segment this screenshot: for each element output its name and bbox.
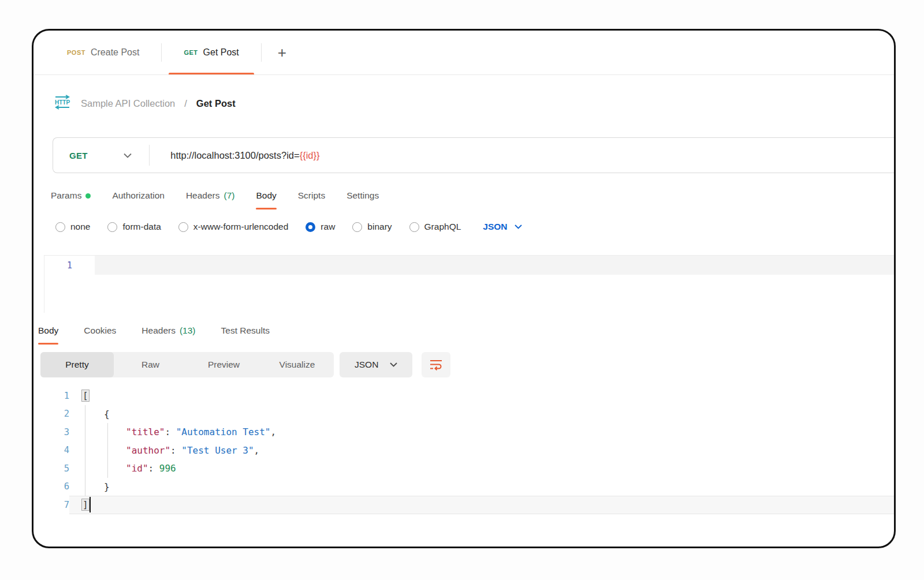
code-line: 3 "title": "Automation Test",: [33, 423, 894, 441]
view-raw-button[interactable]: Raw: [114, 352, 187, 377]
code-line: 6 }: [33, 478, 894, 496]
response-body-code[interactable]: 1 [ 2 { 3 "title": "Automation Test", 4 …: [33, 387, 894, 514]
code-token: :: [170, 445, 181, 456]
new-tab-button[interactable]: +: [278, 45, 286, 60]
editor-line: 1: [44, 256, 894, 275]
response-language-dropdown[interactable]: JSON: [340, 352, 412, 377]
language-value: JSON: [483, 222, 507, 232]
response-view-toolbar: Pretty Raw Preview Visualize JSON: [40, 352, 894, 377]
json-key: "author": [126, 445, 170, 456]
radio-circle-icon: [352, 222, 362, 232]
tab-label: Body: [256, 190, 276, 201]
language-value: JSON: [355, 360, 378, 370]
breadcrumb-collection[interactable]: Sample API Collection: [81, 98, 175, 109]
raw-language-dropdown[interactable]: JSON: [483, 222, 521, 232]
tab-label: Create Post: [91, 47, 139, 58]
tab-label: Cookies: [84, 325, 116, 336]
chevron-down-icon: [515, 224, 522, 229]
tab-scripts[interactable]: Scripts: [298, 190, 325, 202]
indent-guide: [85, 405, 85, 496]
radio-x-www-form-urlencoded[interactable]: x-www-form-urlencoded: [178, 222, 289, 232]
radio-circle-icon: [107, 222, 117, 232]
http-request-icon: HTTP: [53, 94, 72, 113]
radio-label: x-www-form-urlencoded: [193, 222, 289, 232]
radio-raw[interactable]: raw: [305, 222, 335, 232]
tab-body[interactable]: Body: [256, 190, 276, 202]
indent-guide: [107, 423, 108, 478]
code-token: ,: [254, 445, 260, 456]
view-visualize-button[interactable]: Visualize: [260, 352, 334, 377]
view-pretty-button[interactable]: Pretty: [40, 352, 114, 377]
wrap-text-button[interactable]: [422, 352, 450, 377]
tab-create-post[interactable]: POST Create Post: [45, 31, 161, 74]
svg-text:HTTP: HTTP: [55, 99, 70, 106]
request-body-editor[interactable]: 1: [44, 255, 894, 313]
editor-current-line-highlight: [95, 256, 894, 275]
tab-params[interactable]: Params: [51, 190, 91, 202]
tab-label: Authorization: [112, 190, 164, 201]
tab-divider: [261, 43, 262, 62]
tab-label: Params: [51, 190, 81, 201]
view-segmented-control: Pretty Raw Preview Visualize: [40, 352, 334, 377]
radio-label: GraphQL: [424, 222, 461, 232]
url-divider: [149, 145, 150, 166]
radio-selected-icon: [305, 222, 315, 232]
radio-none[interactable]: none: [55, 222, 90, 232]
response-tab-body[interactable]: Body: [38, 325, 58, 337]
body-type-selector: none form-data x-www-form-urlencoded raw…: [33, 202, 894, 232]
code-token: }: [104, 481, 110, 492]
code-token: :: [165, 426, 176, 437]
radio-label: raw: [321, 222, 335, 232]
radio-label: form-data: [122, 222, 161, 232]
json-string-value: "Automation Test": [176, 426, 271, 437]
radio-label: none: [70, 222, 90, 232]
code-token: ,: [270, 426, 276, 437]
request-tab-bar: POST Create Post GET Get Post +: [33, 31, 894, 75]
code-line: 4 "author": "Test User 3",: [33, 441, 894, 460]
view-preview-button[interactable]: Preview: [187, 352, 260, 377]
line-number: 1: [33, 391, 69, 401]
bracket-match: ]: [82, 499, 89, 510]
headers-count-badge: (7): [223, 190, 234, 201]
radio-label: binary: [367, 222, 392, 232]
breadcrumb-request-name: Get Post: [196, 98, 236, 109]
method-select-value[interactable]: GET: [53, 151, 88, 160]
response-tab-test-results[interactable]: Test Results: [221, 325, 270, 337]
editor-line-number: 1: [44, 256, 95, 275]
text-cursor: [90, 497, 91, 512]
tab-authorization[interactable]: Authorization: [112, 190, 164, 202]
tab-label: Headers: [141, 325, 176, 336]
radio-circle-icon: [55, 222, 65, 232]
app-window: POST Create Post GET Get Post + HTTP Sam…: [32, 29, 896, 548]
tab-settings[interactable]: Settings: [346, 190, 379, 202]
request-section-tabs: Params Authorization Headers (7) Body Sc…: [33, 173, 894, 202]
radio-form-data[interactable]: form-data: [107, 222, 161, 232]
method-badge-get: GET: [184, 49, 198, 56]
bracket-match: [: [82, 390, 89, 401]
tab-label: Scripts: [298, 190, 325, 201]
params-active-dot: [85, 193, 91, 199]
url-input[interactable]: http://localhost:3100/posts?id={{id}}: [170, 150, 319, 161]
response-tab-headers[interactable]: Headers (13): [141, 325, 195, 337]
tab-get-post[interactable]: GET Get Post: [162, 31, 260, 74]
radio-binary[interactable]: binary: [352, 222, 392, 232]
radio-circle-icon: [409, 222, 419, 232]
radio-graphql[interactable]: GraphQL: [409, 222, 461, 232]
url-base-text: http://localhost:3100/posts?id=: [170, 150, 299, 160]
code-line-current: 7 ]: [33, 496, 894, 514]
line-number: 6: [33, 481, 69, 492]
line-number: 5: [33, 463, 69, 474]
line-number: 3: [33, 427, 69, 437]
json-number-value: 996: [159, 463, 176, 474]
breadcrumb-separator: /: [184, 98, 187, 109]
tab-headers[interactable]: Headers (7): [186, 190, 235, 202]
line-number: 2: [33, 409, 69, 419]
response-tab-cookies[interactable]: Cookies: [84, 325, 116, 337]
code-token: :: [148, 463, 159, 474]
code-line: 2 {: [33, 405, 894, 424]
url-bar: GET http://localhost:3100/posts?id={{id}…: [53, 137, 894, 173]
response-section-tabs: Body Cookies Headers (13) Test Results: [33, 313, 894, 337]
chevron-down-icon[interactable]: [124, 153, 132, 158]
line-number: 7: [33, 500, 69, 510]
chevron-down-icon: [390, 362, 397, 367]
